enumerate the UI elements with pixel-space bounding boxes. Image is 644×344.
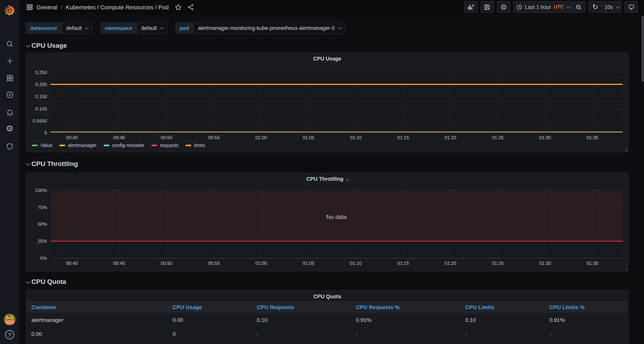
section-cpu-throttling[interactable]: CPU Throttling <box>26 160 78 168</box>
panel-resize-handle[interactable] <box>624 268 627 270</box>
x-tick: 01:15 <box>397 260 409 266</box>
grafana-app: ⚙ ? General / Kubernetes / Compute Resou… <box>0 0 644 344</box>
variable-datasource-label: datasource <box>26 22 62 34</box>
gridline <box>119 189 120 258</box>
cycle-view-mode-button[interactable] <box>624 1 638 13</box>
dashboard-settings-button[interactable]: ⚙ <box>497 1 510 13</box>
dashboard-title[interactable]: Kubernetes / Compute Resources / Pod <box>66 4 168 10</box>
column-header-cpu-usage[interactable]: CPU Usage <box>168 301 252 313</box>
chevron-down-icon <box>26 280 30 283</box>
zoom-out-button[interactable] <box>572 1 586 13</box>
star-icon[interactable] <box>175 4 181 10</box>
variable-pod-dropdown[interactable]: alertmanager-monitoring-kube-prometheus-… <box>193 22 345 34</box>
gridline: 0.250 <box>50 72 623 72</box>
gridline <box>261 70 262 133</box>
column-header-cpu-limits[interactable]: CPU Limits <box>461 301 545 313</box>
cell: 0.00 <box>168 313 252 327</box>
panel-cpu-quota: CPU Quota Container CPU Usage CPU Reques… <box>26 290 628 344</box>
search-icon[interactable] <box>0 38 20 49</box>
panel-cpu-usage-title[interactable]: CPU Usage <box>26 56 628 62</box>
section-cpu-quota-title: CPU Quota <box>32 278 66 286</box>
cpu-throttling-x-axis: 00:40 00:45 00:50 00:55 01:00 01:05 01:1… <box>50 260 623 267</box>
configuration-gear-icon[interactable]: ⚙ <box>0 123 20 134</box>
refresh-button[interactable]: ↻ <box>588 1 602 13</box>
explore-compass-icon[interactable] <box>0 89 20 100</box>
gridline <box>356 70 356 133</box>
breadcrumb-root[interactable]: General <box>36 4 57 10</box>
x-tick: 01:20 <box>444 260 456 266</box>
legend-item-limits[interactable]: limits <box>186 143 205 148</box>
legend-label: alertmanager <box>68 143 96 148</box>
panel-title-text: CPU Quota <box>314 294 341 300</box>
save-dashboard-button[interactable] <box>481 1 494 13</box>
panel-cpu-usage: CPU Usage 0.250 0.200 0.150 0.100 0.0500… <box>26 52 628 152</box>
y-tick: 75% <box>38 204 47 210</box>
section-cpu-usage-title: CPU Usage <box>32 42 67 50</box>
share-icon[interactable] <box>187 4 194 10</box>
dashboards-icon[interactable] <box>0 72 20 84</box>
gridline <box>498 189 498 258</box>
cell: alertmanager <box>27 313 168 327</box>
alerting-bell-icon[interactable] <box>0 107 20 118</box>
help-icon[interactable]: ? <box>5 330 14 339</box>
help-glyph: ? <box>8 332 12 338</box>
grafana-logo-icon[interactable] <box>0 0 20 21</box>
section-cpu-usage[interactable]: CPU Usage <box>26 42 67 50</box>
tv-icon <box>628 4 634 10</box>
refresh-icon: ↻ <box>592 4 598 10</box>
time-range-picker[interactable]: Last 1 hour UTC <box>513 1 572 13</box>
gridline <box>498 70 498 133</box>
series-alertmanager-line[interactable] <box>50 132 623 132</box>
series-limits-line[interactable] <box>50 84 623 85</box>
panel-resize-handle[interactable] <box>624 148 627 151</box>
y-tick: 100% <box>35 188 47 193</box>
clock-icon <box>516 4 522 10</box>
refresh-interval-dropdown[interactable]: 10s <box>602 1 622 13</box>
cell: 0.91% <box>351 313 461 327</box>
x-tick: 01:25 <box>492 260 504 266</box>
gridline <box>450 189 451 258</box>
legend-item-config-reloader[interactable]: config-reloader <box>104 143 144 148</box>
column-header-cpu-requests-pct[interactable]: CPU Requests % <box>351 301 461 313</box>
refresh-interval-value: 10s <box>604 4 613 10</box>
variable-namespace-dropdown[interactable]: default <box>136 22 168 34</box>
apps-grid-icon[interactable] <box>26 4 33 10</box>
x-tick: 01:05 <box>302 260 314 266</box>
page-scrollbar-thumb[interactable] <box>642 16 644 82</box>
x-axis-line: 0 <box>50 133 623 133</box>
gridline <box>356 189 356 258</box>
template-variables-row: datasource default namespace default pod… <box>26 22 345 34</box>
variable-pod-label: pod <box>176 22 194 34</box>
panel-title-text: CPU Usage <box>313 56 342 62</box>
panel-cpu-throttling: CPU Throttling 100% 75% 50% 25% 0% No da… <box>26 172 628 272</box>
variable-datasource-dropdown[interactable]: default <box>62 22 92 34</box>
throttle-threshold-line <box>50 241 623 242</box>
cpu-throttling-plot: 100% 75% 50% 25% 0% No data <box>50 189 623 258</box>
legend-item-value[interactable]: Value <box>32 143 52 148</box>
user-avatar[interactable] <box>4 314 16 326</box>
section-cpu-quota[interactable]: CPU Quota <box>26 278 66 286</box>
panel-cpu-throttling-title[interactable]: CPU Throttling <box>26 176 628 182</box>
y-tick: 0% <box>40 256 47 261</box>
variable-datasource-value: default <box>66 25 82 31</box>
server-admin-shield-icon[interactable] <box>0 141 20 152</box>
add-panel-button[interactable] <box>464 1 478 13</box>
legend-item-alertmanager[interactable]: alertmanager <box>59 143 96 148</box>
gridline <box>450 70 451 133</box>
cell: 0.10 <box>252 313 351 327</box>
x-tick: 00:40 <box>66 135 78 140</box>
time-range-label: Last 1 hour <box>525 4 551 10</box>
x-tick: 00:45 <box>114 260 125 266</box>
table-row: alertmanager 0.00 0.10 0.91% 0.10 0.91% <box>27 313 628 327</box>
column-header-container[interactable]: Container <box>27 301 168 313</box>
legend-item-requests[interactable]: requests <box>151 143 178 148</box>
chevron-down-icon <box>616 4 620 8</box>
gridline: 0.150 <box>50 96 623 97</box>
create-plus-icon[interactable] <box>0 56 20 66</box>
x-tick: 01:15 <box>397 135 409 140</box>
column-header-cpu-requests[interactable]: CPU Requests <box>252 301 351 313</box>
gridline: 100% <box>50 190 623 190</box>
column-header-cpu-limits-pct[interactable]: CPU Limits % <box>545 301 628 313</box>
panel-cpu-quota-title[interactable]: CPU Quota <box>26 294 628 300</box>
breadcrumb-separator: / <box>61 4 62 10</box>
